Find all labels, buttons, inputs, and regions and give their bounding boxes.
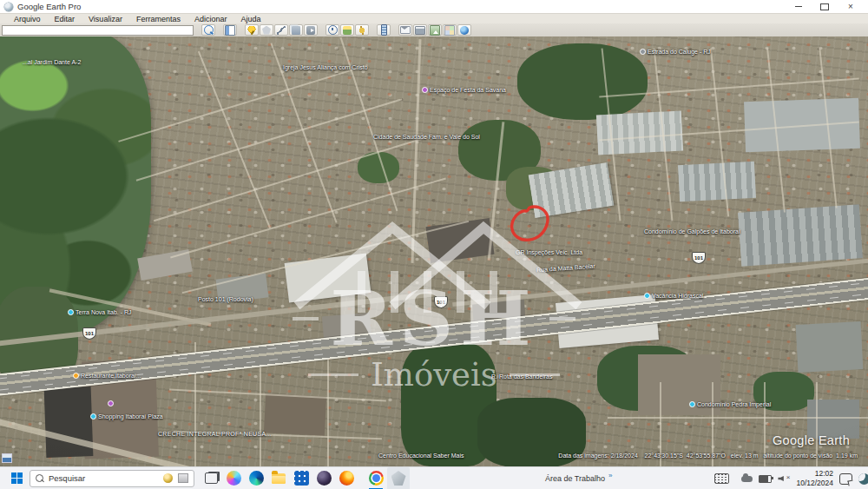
toolbar-hide-sidebar-button[interactable]	[223, 24, 237, 36]
window-title: Google Earth Pro	[17, 2, 81, 11]
map-label[interactable]: R. Rota das Bandeiras	[491, 373, 552, 380]
taskbar-task-view-button[interactable]	[200, 467, 222, 489]
status-bar-icon	[2, 453, 12, 463]
map-label[interactable]: Posto 101 (Rodovia)	[198, 296, 253, 302]
toolbar-show-in-earth-button[interactable]	[457, 24, 471, 36]
toolbar-record-tour-button[interactable]	[304, 24, 318, 36]
toolbar-add-image-overlay-button[interactable]	[289, 24, 303, 36]
toolbar-add-polygon-button[interactable]	[260, 24, 273, 36]
edge-icon	[249, 471, 264, 486]
map-label[interactable]: Estrada do Caluge - RJ	[640, 49, 711, 55]
gray-map-pin-icon	[640, 49, 646, 55]
historical-imagery-icon	[328, 25, 338, 35]
start-button[interactable]	[5, 467, 28, 489]
desktop-toolbar-label: Área de Trabalho	[545, 474, 605, 483]
map-label-text: ...al Jardim Dante A-2	[23, 59, 81, 65]
map-label-text: Centro Educacional Saber Mais	[378, 453, 464, 459]
building-roof	[796, 321, 864, 373]
toolbar-group	[201, 24, 215, 36]
view-in-maps-icon	[444, 25, 455, 36]
taskbar-blue-grid-app-button[interactable]	[290, 467, 312, 489]
copilot-icon	[227, 471, 241, 486]
toolbar	[0, 23, 868, 36]
map-label[interactable]: CRECHE INTEGRAL PROFª NEUSA...	[158, 431, 272, 437]
map-label[interactable]: Condomínio de Galpões de Itaboraí	[644, 228, 740, 235]
toolbar-add-path-button[interactable]	[274, 24, 288, 36]
map-label[interactable]: Centro Educacional Saber Mais	[378, 453, 464, 459]
toolbar-group	[398, 24, 471, 36]
record-tour-icon	[306, 26, 315, 35]
battery-tray-icon[interactable]	[759, 475, 772, 483]
search-icon	[204, 25, 214, 35]
cyan-map-pin-icon	[644, 293, 650, 299]
cyan-map-pin-icon	[90, 413, 96, 420]
toolbar-save-image-button[interactable]	[428, 24, 442, 36]
minimize-button[interactable]	[786, 0, 812, 13]
desktop-toolbar[interactable]: Área de Trabalho »	[545, 467, 613, 489]
map-label[interactable]: Cidade de Saudade Fam. e Vale do Sol	[373, 134, 480, 140]
toolbar-historical-imagery-button[interactable]	[326, 24, 339, 36]
toolbar-add-placemark-button[interactable]	[245, 24, 259, 36]
map-label-text: GR Inspeções Veic. Ltda	[516, 249, 582, 255]
map-label-text: Posto 101 (Rodovia)	[198, 296, 253, 302]
maximize-button[interactable]	[812, 0, 838, 13]
menu-ferramentas[interactable]: Ferramentas	[129, 15, 187, 23]
map-label-text: Condomínio de Galpões de Itaboraí	[644, 228, 740, 235]
map-viewport[interactable]: 101101101 ...al Jardim Dante A-2Igreja J…	[0, 36, 868, 466]
taskbar-firefox-button[interactable]	[335, 467, 358, 489]
onedrive-tray-icon[interactable]	[741, 476, 753, 482]
menu-arquivo[interactable]: Arquivo	[7, 15, 48, 23]
show-in-earth-icon	[460, 26, 469, 35]
add-image-overlay-icon	[292, 26, 300, 35]
taskbar-edge-button[interactable]	[245, 467, 267, 489]
notification-center-icon[interactable]	[839, 473, 852, 485]
volume-tray-icon[interactable]	[778, 474, 790, 483]
map-label[interactable]: Igreja Jesus Aliança com Cristo	[283, 64, 368, 70]
menu-visualizar[interactable]: Visualizar	[82, 15, 129, 23]
toolbar-search-button[interactable]	[201, 24, 215, 36]
task-view-icon	[205, 472, 218, 484]
imagery-status-text: Data das imagens: 2/18/2024 22°43'30.15"…	[558, 453, 858, 459]
map-label[interactable]: Condomínio Pedra Imperial	[689, 401, 771, 407]
clock-time: 12:02	[815, 469, 833, 478]
menu-adicionar[interactable]: Adicionar	[187, 15, 234, 23]
menu-ajuda[interactable]: Ajuda	[233, 15, 267, 23]
search-input[interactable]	[2, 25, 194, 36]
map-label[interactable]: Espaço de Festa da Savana	[422, 87, 506, 93]
google-earth-pro-icon	[391, 471, 406, 486]
map-label[interactable]: Restaurante Itaboraí...	[73, 373, 141, 379]
map-label[interactable]: GR Inspeções Veic. Ltda	[516, 249, 582, 255]
windows-logo-icon	[11, 472, 23, 484]
taskbar-copilot-button[interactable]	[222, 467, 245, 489]
add-placemark-icon	[247, 26, 256, 35]
menu-editar[interactable]: Editar	[48, 15, 82, 23]
taskbar-google-earth-pro-button[interactable]	[387, 467, 410, 489]
search-placeholder: Pesquisar	[49, 473, 158, 483]
map-label[interactable]: Shopping Itaboraí Plaza	[90, 413, 163, 420]
toolbar-planets-button[interactable]	[355, 24, 369, 36]
map-label-text: CRECHE INTEGRAL PROFª NEUSA...	[158, 431, 272, 437]
search-highlight-icon	[178, 473, 188, 483]
toolbar-sunlight-button[interactable]	[340, 24, 354, 36]
toolbar-email-button[interactable]	[398, 24, 412, 36]
map-label-text: Restaurante Itaboraí...	[81, 373, 141, 379]
map-label[interactable]: ...al Jardim Dante A-2	[23, 59, 81, 65]
taskbar-search[interactable]: Pesquisar	[30, 470, 194, 487]
google-earth-window: Google Earth Pro × ArquivoEditarVisualiz…	[0, 0, 868, 489]
taskbar-clock[interactable]: 12:02 10/12/2024	[796, 469, 833, 487]
taskbar-chrome-button[interactable]	[365, 467, 387, 489]
map-label-text: Vacância Hidrascal	[652, 293, 703, 299]
toolbar-ruler-button[interactable]	[377, 24, 391, 36]
add-polygon-icon	[262, 26, 271, 35]
street	[608, 417, 868, 419]
toolbar-view-in-maps-button[interactable]	[443, 24, 457, 36]
keyboard-tray-icon[interactable]	[714, 473, 729, 484]
toolbar-print-button[interactable]	[413, 24, 427, 36]
red-circle-annotation[interactable]	[507, 203, 552, 245]
taskbar-file-explorer-button[interactable]	[267, 467, 290, 489]
close-button[interactable]: ×	[838, 0, 864, 13]
map-label[interactable]: Vacância Hidrascal	[644, 293, 703, 299]
map-label[interactable]	[108, 400, 115, 406]
map-label[interactable]: Terra Nova Itab. - RJ	[68, 309, 132, 315]
taskbar-dark-sphere-app-button[interactable]	[312, 467, 335, 489]
